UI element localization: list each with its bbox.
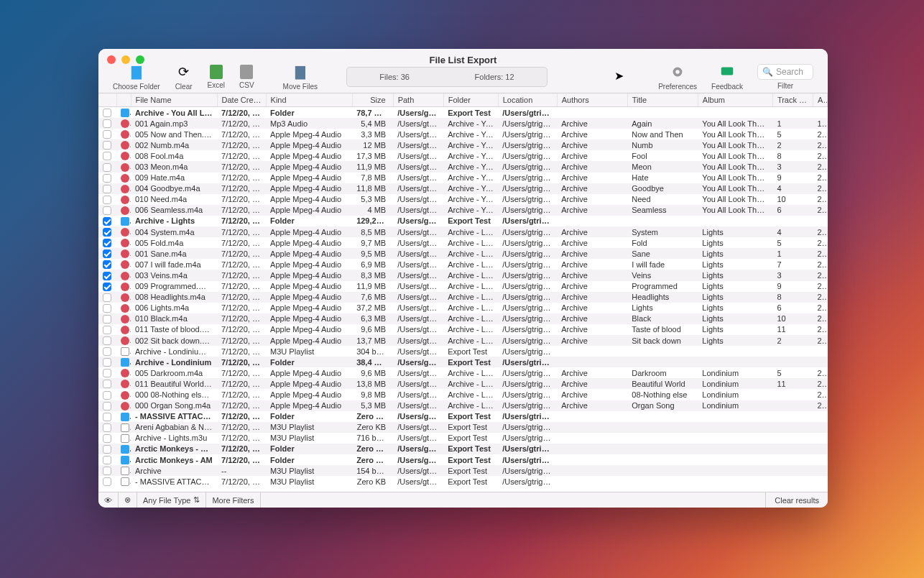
table-row[interactable]: - MASSIVE ATTACK - 1...7/12/20, 7:2...M3… bbox=[98, 476, 828, 487]
col-a[interactable]: A... bbox=[813, 93, 827, 107]
table-row[interactable]: 009 Programmed.m4a7/12/20, 7:17...Apple … bbox=[98, 281, 828, 292]
table-row[interactable]: 007 I will fade.m4a7/12/20, 7:17...Apple… bbox=[98, 259, 828, 270]
search-input[interactable]: 🔍 Search bbox=[757, 64, 813, 80]
col-path[interactable]: Path bbox=[393, 93, 443, 107]
row-checkbox[interactable] bbox=[103, 380, 111, 388]
clear-results-button[interactable]: Clear results bbox=[765, 492, 828, 508]
col-authors[interactable]: Authors bbox=[557, 93, 627, 107]
table-row[interactable]: 004 Goodbye.m4a7/12/20, 6:0...Apple Mpeg… bbox=[98, 183, 828, 194]
table-row[interactable]: 001 Sane.m4a7/12/20, 7:17...Apple Mpeg-4… bbox=[98, 248, 828, 259]
table-row[interactable]: 011 Taste of blood.m4a7/12/20, 7:1...App… bbox=[98, 324, 828, 335]
more-filters-button[interactable]: More Filters bbox=[206, 492, 260, 508]
row-checkbox[interactable] bbox=[103, 109, 111, 117]
row-checkbox[interactable] bbox=[103, 283, 111, 291]
row-checkbox[interactable] bbox=[103, 402, 111, 410]
table-row[interactable]: 002 Sit back down.m4a7/12/20, 7:1...Appl… bbox=[98, 335, 828, 346]
col-check[interactable] bbox=[98, 93, 116, 107]
row-checkbox[interactable] bbox=[103, 196, 111, 204]
table-row[interactable]: Archive - Lights7/12/20, 7:...Folder129,… bbox=[98, 216, 828, 226]
table-row[interactable]: 003 Veins.m4a7/12/20, 7:17...Apple Mpeg-… bbox=[98, 270, 828, 280]
table-row[interactable]: 003 Meon.m4a7/12/20, 6:0...Apple Mpeg-4 … bbox=[98, 161, 828, 172]
row-checkbox[interactable] bbox=[103, 185, 111, 193]
row-checkbox[interactable] bbox=[103, 391, 111, 400]
table-row[interactable]: 009 Hate.m4a7/12/20, 6:0...Apple Mpeg-4 … bbox=[98, 173, 828, 183]
table-row[interactable]: 005 Darkroom.m4a7/12/20, 6:0...Apple Mpe… bbox=[98, 367, 828, 378]
table-row[interactable]: Arctic Monkeys - AM7/12/20, 7:...FolderZ… bbox=[98, 454, 828, 465]
table-row[interactable]: 010 Need.m4a7/12/20, 6:0...Apple Mpeg-4 … bbox=[98, 194, 828, 205]
choose-folder-button[interactable]: ▇ Choose Folder bbox=[106, 63, 167, 91]
col-folder[interactable]: Folder bbox=[443, 93, 498, 107]
row-checkbox[interactable] bbox=[103, 477, 111, 486]
table-row[interactable]: 000 08-Nothing else.m...7/12/20, 6:0...A… bbox=[98, 389, 828, 400]
col-filename[interactable]: File Name bbox=[131, 93, 217, 107]
row-checkbox[interactable] bbox=[103, 315, 111, 324]
row-checkbox[interactable] bbox=[103, 217, 111, 226]
table-row[interactable]: 005 Fold.m4a7/12/20, 7:17...Apple Mpeg-4… bbox=[98, 237, 828, 248]
table-row[interactable]: 000 Organ Song.m4a7/12/20, 6:0...Apple M… bbox=[98, 400, 828, 411]
table-row[interactable]: Areni Agbabian & Nicola...7/12/20, 7:2..… bbox=[98, 422, 828, 433]
row-checkbox[interactable] bbox=[103, 130, 111, 139]
row-checkbox[interactable] bbox=[103, 228, 111, 237]
table-row[interactable]: 002 Numb.m4a7/12/20, 6:0...Apple Mpeg-4 … bbox=[98, 139, 828, 150]
table-row[interactable]: 011 Beautiful World.m4a7/12/20, 6:0...Ap… bbox=[98, 378, 828, 389]
eye-toggle[interactable]: 👁 bbox=[98, 492, 119, 508]
table-row[interactable]: 006 Seamless.m4a7/12/20, 6:0...Apple Mpe… bbox=[98, 205, 828, 216]
row-checkbox[interactable] bbox=[103, 358, 111, 367]
col-track[interactable]: Track NO bbox=[772, 93, 813, 107]
table-row[interactable]: 004 System.m4a7/12/20, 7:17...Apple Mpeg… bbox=[98, 226, 828, 237]
row-checkbox[interactable] bbox=[103, 413, 111, 421]
col-date[interactable]: Date Created bbox=[217, 93, 266, 107]
col-kind[interactable]: Kind bbox=[266, 93, 352, 107]
table-row[interactable]: Archive - You All Look...7/12/20, 7:...F… bbox=[98, 107, 828, 119]
preferences-button[interactable]: Preferences bbox=[651, 63, 704, 91]
row-checkbox[interactable] bbox=[103, 445, 111, 454]
row-checkbox[interactable] bbox=[103, 434, 111, 443]
table-row[interactable]: 008 Fool.m4a7/12/20, 6:0...Apple Mpeg-4 … bbox=[98, 150, 828, 161]
row-checkbox[interactable] bbox=[103, 272, 111, 280]
col-location[interactable]: Location bbox=[498, 93, 557, 107]
table-row[interactable]: Archive - Lights.m3u7/12/20, 7:2...M3U P… bbox=[98, 433, 828, 444]
col-size[interactable]: Size bbox=[352, 93, 393, 107]
table-row[interactable]: 008 Headlights.m4a7/12/20, 7:17...Apple … bbox=[98, 292, 828, 303]
row-checkbox[interactable] bbox=[103, 467, 111, 475]
row-checkbox[interactable] bbox=[103, 326, 111, 334]
row-checkbox[interactable] bbox=[103, 456, 111, 464]
row-checkbox[interactable] bbox=[103, 369, 111, 377]
row-checkbox[interactable] bbox=[103, 304, 111, 313]
row-checkbox[interactable] bbox=[103, 347, 111, 356]
row-checkbox[interactable] bbox=[103, 336, 111, 345]
row-checkbox[interactable] bbox=[103, 174, 111, 183]
file-type-selector[interactable]: Any File Type ⇅ bbox=[137, 492, 206, 508]
close-filter-button[interactable]: ⊗ bbox=[119, 492, 137, 508]
row-checkbox[interactable] bbox=[103, 152, 111, 160]
table-row[interactable]: Archive - Londinium7/12/20, 7:...Folder3… bbox=[98, 357, 828, 367]
table-row[interactable]: 001 Again.mp37/12/20, 6:0...Mp3 Audio5,4… bbox=[98, 118, 828, 129]
table-row[interactable]: Archive - Londinium.m3u7/12/20, 7:2...M3… bbox=[98, 346, 828, 357]
row-checkbox[interactable] bbox=[103, 206, 111, 215]
table-row[interactable]: Archive--M3U Playlist154 bytes/Users/gtr… bbox=[98, 465, 828, 476]
table-row[interactable]: 010 Black.m4a7/12/20, 7:1...Apple Mpeg-4… bbox=[98, 313, 828, 324]
col-album[interactable]: Album bbox=[698, 93, 772, 107]
feedback-button[interactable]: Feedback bbox=[704, 63, 750, 91]
table-row[interactable]: - MASSIVE ATTACK -...7/12/20, 7:1...Fold… bbox=[98, 411, 828, 422]
row-checkbox[interactable] bbox=[103, 239, 111, 247]
move-files-button[interactable]: ▇ Move Files bbox=[276, 63, 325, 91]
table-row[interactable]: 006 Lights.m4a7/12/20, 7:1...Apple Mpeg-… bbox=[98, 303, 828, 313]
row-checkbox[interactable] bbox=[103, 249, 111, 258]
row-checkbox[interactable] bbox=[103, 119, 111, 128]
clear-button[interactable]: ⟳ Clear bbox=[167, 63, 200, 91]
col-title[interactable]: Title bbox=[627, 93, 698, 107]
close-icon[interactable] bbox=[107, 55, 116, 64]
csv-button[interactable]: CSV bbox=[232, 65, 262, 89]
table-row[interactable]: Arctic Monkeys - Live...7/12/20, 7:...Fo… bbox=[98, 444, 828, 454]
row-checkbox[interactable] bbox=[103, 423, 111, 432]
excel-button[interactable]: Excel bbox=[200, 65, 232, 89]
table-row[interactable]: 005 Now and Then.m4a7/12/20, 6:0...Apple… bbox=[98, 129, 828, 139]
row-checkbox[interactable] bbox=[103, 163, 111, 172]
row-checkbox[interactable] bbox=[103, 293, 111, 302]
minimize-icon[interactable] bbox=[121, 55, 130, 64]
maximize-icon[interactable] bbox=[136, 55, 144, 64]
row-checkbox[interactable] bbox=[103, 141, 111, 150]
row-checkbox[interactable] bbox=[103, 260, 111, 269]
col-icon[interactable] bbox=[116, 93, 131, 107]
